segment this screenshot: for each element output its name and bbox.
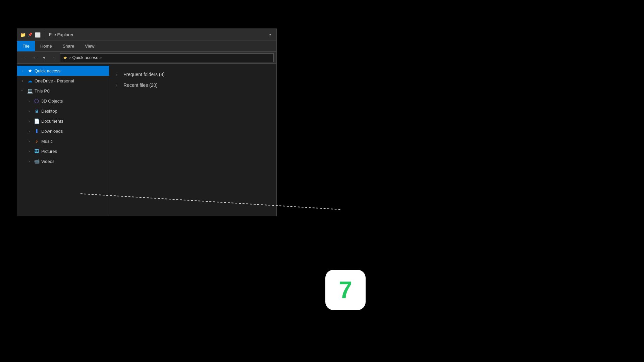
address-location: Quick access bbox=[72, 55, 98, 60]
app-number: 7 bbox=[339, 278, 352, 302]
sidebar-item-documents[interactable]: › 📄 Documents bbox=[17, 116, 109, 126]
title-separator bbox=[44, 32, 44, 38]
sidebar-item-onedrive[interactable]: › ☁ OneDrive - Personal bbox=[17, 76, 109, 86]
forward-button[interactable]: → bbox=[30, 54, 38, 62]
pin-icon: 📌 bbox=[27, 32, 33, 38]
address-sep1: > bbox=[69, 56, 71, 60]
sidebar-item-videos[interactable]: › 📹 Videos bbox=[17, 156, 109, 166]
videos-icon: 📹 bbox=[33, 158, 40, 165]
up-button[interactable]: ↑ bbox=[50, 54, 58, 62]
expand-arrow-desktop: › bbox=[26, 108, 32, 114]
sidebar-label-onedrive: OneDrive - Personal bbox=[35, 78, 106, 83]
sidebar-label-pictures: Pictures bbox=[41, 149, 106, 154]
sidebar-label-3d-objects: 3D Objects bbox=[41, 99, 106, 104]
frequent-folders-label: Frequent folders (8) bbox=[123, 72, 165, 77]
sidebar-label-desktop: Desktop bbox=[41, 109, 106, 114]
documents-icon: 📄 bbox=[33, 118, 40, 124]
sidebar-label-downloads: Downloads bbox=[41, 129, 106, 134]
title-dropdown[interactable]: ▾ bbox=[269, 33, 271, 37]
sidebar-item-this-pc[interactable]: › 💻 This PC bbox=[17, 86, 109, 96]
recent-files-arrow: › bbox=[116, 83, 121, 87]
menu-home[interactable]: Home bbox=[35, 41, 57, 51]
menu-bar: File Home Share View bbox=[17, 41, 276, 52]
downloads-icon: ⬇ bbox=[33, 128, 40, 134]
menu-view[interactable]: View bbox=[79, 41, 100, 51]
app-icon[interactable]: 7 bbox=[325, 270, 366, 310]
expand-arrow-pictures: › bbox=[26, 148, 32, 154]
main-content: › ★ Quick access › ☁ OneDrive - Personal… bbox=[17, 64, 276, 216]
frequent-folders-arrow: › bbox=[116, 73, 121, 76]
sidebar-label-this-pc: This PC bbox=[35, 88, 106, 94]
address-sep2: > bbox=[100, 56, 102, 60]
sidebar-item-music[interactable]: › ♪ Music bbox=[17, 136, 109, 146]
title-bar: 📁 📌 ⬜ File Explorer ▾ bbox=[17, 29, 276, 41]
sidebar: › ★ Quick access › ☁ OneDrive - Personal… bbox=[17, 64, 109, 216]
address-star-icon: ★ bbox=[63, 55, 67, 60]
expand-arrow-videos: › bbox=[26, 159, 32, 164]
screen-icon: ⬜ bbox=[35, 32, 41, 38]
sidebar-item-pictures[interactable]: › 🖼 Pictures bbox=[17, 146, 109, 156]
menu-share[interactable]: Share bbox=[57, 41, 80, 51]
sidebar-label-documents: Documents bbox=[41, 119, 106, 124]
sidebar-label-quick-access: Quick access bbox=[35, 68, 106, 73]
sidebar-label-music: Music bbox=[41, 139, 106, 144]
address-path[interactable]: ★ > Quick access > bbox=[60, 53, 274, 62]
expand-arrow-downloads: › bbox=[26, 128, 32, 134]
quick-access-icon: ★ bbox=[26, 67, 33, 74]
explorer-window: 📁 📌 ⬜ File Explorer ▾ File Home Share Vi… bbox=[17, 28, 277, 216]
content-panel: › Frequent folders (8) › Recent files (2… bbox=[109, 64, 276, 216]
recent-locations-button[interactable]: ▾ bbox=[40, 54, 48, 62]
onedrive-icon: ☁ bbox=[26, 77, 33, 84]
expand-arrow-3d: › bbox=[26, 98, 32, 104]
expand-arrow-onedrive: › bbox=[20, 78, 25, 83]
expand-arrow-this-pc: › bbox=[20, 88, 25, 94]
3d-objects-icon: ⬡ bbox=[33, 98, 40, 104]
frequent-folders-section[interactable]: › Frequent folders (8) bbox=[115, 69, 271, 80]
desktop: 📁 📌 ⬜ File Explorer ▾ File Home Share Vi… bbox=[0, 0, 644, 362]
pictures-icon: 🖼 bbox=[33, 148, 40, 155]
sidebar-item-3d-objects[interactable]: › ⬡ 3D Objects bbox=[17, 96, 109, 106]
music-icon: ♪ bbox=[33, 138, 40, 144]
address-bar: ← → ▾ ↑ ★ > Quick access > bbox=[17, 52, 276, 64]
desktop-icon: 🖥 bbox=[33, 108, 40, 114]
sidebar-label-videos: Videos bbox=[41, 159, 106, 164]
window-title: File Explorer bbox=[49, 32, 73, 37]
back-button[interactable]: ← bbox=[20, 54, 28, 62]
recent-files-section[interactable]: › Recent files (20) bbox=[115, 80, 271, 90]
expand-arrow-music: › bbox=[26, 138, 32, 144]
menu-file[interactable]: File bbox=[17, 41, 35, 51]
sidebar-item-quick-access[interactable]: › ★ Quick access bbox=[17, 66, 109, 76]
expand-arrow-documents: › bbox=[26, 118, 32, 124]
sidebar-item-desktop[interactable]: › 🖥 Desktop bbox=[17, 106, 109, 116]
sidebar-item-downloads[interactable]: › ⬇ Downloads bbox=[17, 126, 109, 136]
this-pc-icon: 💻 bbox=[26, 87, 33, 94]
folder-icon: 📁 bbox=[20, 32, 26, 38]
recent-files-label: Recent files (20) bbox=[123, 82, 158, 88]
expand-arrow-quick-access: › bbox=[20, 68, 25, 73]
